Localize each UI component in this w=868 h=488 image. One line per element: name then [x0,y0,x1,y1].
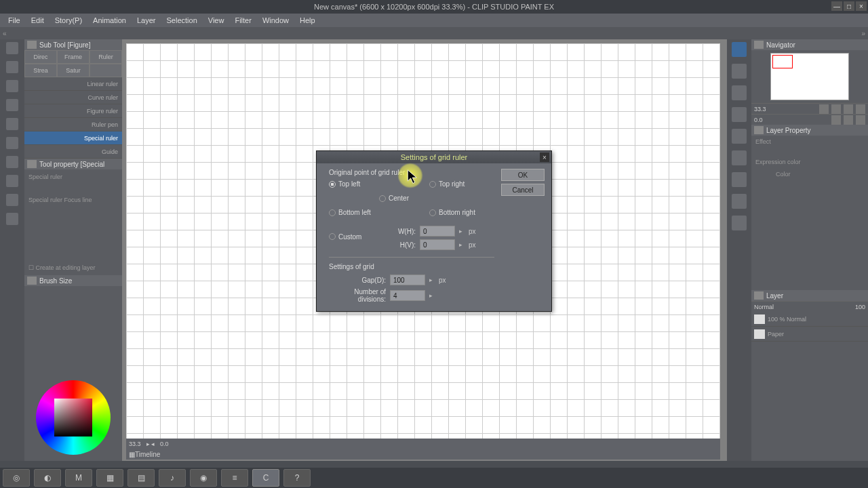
menu-edit[interactable]: Edit [26,16,50,24]
layer-row[interactable]: Paper [751,327,868,342]
cancel-button[interactable]: Cancel [501,184,545,196]
taskbar-app[interactable]: ≡ [221,469,248,487]
nav-rotation-value: 0.0 [754,117,763,123]
subtool-tab[interactable]: Satur [57,64,90,77]
subtool-tab[interactable]: Strea [24,64,57,77]
taskbar-app[interactable]: M [65,469,92,487]
menu-view[interactable]: View [203,16,230,24]
chevron-right-icon[interactable]: » [861,30,865,37]
menu-help[interactable]: Help [294,16,321,24]
tool-icon[interactable] [732,194,747,209]
color-wheel[interactable] [36,380,111,455]
taskbar-app[interactable]: ▦ [96,469,123,487]
tool-icon[interactable] [6,80,18,92]
layer-opacity[interactable]: 100 [855,304,865,310]
chevron-left-icon[interactable]: « [3,30,7,37]
brush-title: Brush Size [39,277,72,285]
group-label-grid: Settings of grid [329,263,494,270]
menu-animation[interactable]: Animation [87,16,132,24]
color-square[interactable] [54,399,92,436]
radio-bottom-right[interactable]: Bottom right [429,209,490,216]
viewport-rect[interactable] [772,55,793,68]
layer-thumbnail [754,329,765,339]
ruler-item[interactable]: Linear ruler [24,77,122,91]
radio-top-left[interactable]: Top left [329,180,379,188]
nav-icon[interactable] [856,104,865,114]
ruler-item[interactable]: Special ruler [24,131,122,145]
taskbar-app[interactable]: ♪ [159,469,186,487]
taskbar-app[interactable]: ▤ [127,469,155,487]
menu-selection[interactable]: Selection [161,16,203,24]
dialog-close-button[interactable]: × [540,152,549,162]
timeline-panel[interactable]: ▦ Timeline [126,449,720,460]
menu-bar: FileEditStory(P)AnimationLayerSelectionV… [0,14,868,27]
tool-icon[interactable] [6,156,18,168]
rotate-right-icon[interactable] [844,115,853,125]
window-minimize-button[interactable]: — [831,1,842,11]
subtool-tab[interactable]: Direc [24,50,57,64]
radio-bottom-left[interactable]: Bottom left [329,209,379,216]
ruler-item[interactable]: Ruler pen [24,118,122,131]
flip-icon[interactable] [856,115,865,125]
tool-icon[interactable] [732,64,747,79]
taskbar-app[interactable]: ◐ [34,469,61,487]
taskbar-app[interactable]: C [252,469,279,487]
zoom-in-icon[interactable] [831,104,841,114]
menu-layer[interactable]: Layer [132,16,161,24]
radio-center[interactable]: Center [379,195,429,202]
tool-icon[interactable] [6,99,18,111]
spinner-icon[interactable]: ▸ [429,277,435,283]
dialog-titlebar[interactable]: Settings of grid ruler × [317,151,551,163]
taskbar-app[interactable]: ? [283,469,311,487]
tool-icon[interactable] [732,85,747,100]
tool-icon[interactable] [732,172,747,187]
window-close-button[interactable]: × [856,1,867,11]
ruler-item[interactable]: Curve ruler [24,91,122,104]
taskbar-app[interactable]: ◎ [3,469,30,487]
panel-icon [754,41,764,49]
lp-effect-label: Effect [755,138,864,145]
tool-icon[interactable] [6,213,18,225]
menu-filter[interactable]: Filter [229,16,256,24]
hv-input[interactable] [420,239,455,250]
ruler-item[interactable]: Figure ruler [24,104,122,118]
tool-icon[interactable] [6,118,18,130]
tool-icon[interactable] [6,61,18,73]
panel-icon [754,126,764,134]
rotate-left-icon[interactable] [831,115,841,125]
fit-icon[interactable] [844,104,853,114]
tool-icon[interactable] [6,175,18,187]
radio-top-right[interactable]: Top right [429,180,490,188]
divisions-input[interactable] [390,290,425,301]
panel-header-layerprop: Layer Property [751,125,868,136]
menu-window[interactable]: Window [257,16,294,24]
window-maximize-button[interactable]: □ [844,1,854,11]
subtool-tab[interactable]: Frame [57,50,90,64]
tool-icon[interactable] [732,150,747,165]
tool-icon[interactable] [732,107,747,122]
ok-button[interactable]: OK [501,169,545,181]
layer-row[interactable]: 100 % Normal [751,312,868,327]
gap-input[interactable] [390,274,425,285]
radio-custom[interactable]: Custom [329,233,379,241]
menu-story(p)[interactable]: Story(P) [50,16,87,24]
spinner-icon[interactable]: ▸ [429,292,435,299]
tool-icon[interactable] [732,129,747,144]
wh-input[interactable] [420,226,455,237]
tool-icon[interactable] [732,42,747,57]
zoom-out-icon[interactable] [819,104,829,114]
spinner-icon[interactable]: ▸ [459,241,465,248]
tool-icon[interactable] [732,216,747,230]
tool-icon[interactable] [6,137,18,149]
menu-file[interactable]: File [3,16,26,24]
ruler-item[interactable]: Guide [24,145,122,159]
navigator-thumbnail[interactable] [770,53,849,100]
toolprop-checkbox-label[interactable]: Create at editing layer [36,264,96,271]
tool-icon[interactable] [6,42,18,54]
spinner-icon[interactable]: ▸ [459,228,465,235]
subtool-tab[interactable]: Ruler [90,50,122,64]
tool-icon[interactable] [6,194,18,206]
panel-header-toolprop: Tool property [Special [24,159,122,169]
taskbar-app[interactable]: ◉ [190,469,217,487]
blend-mode[interactable]: Normal [754,304,774,310]
